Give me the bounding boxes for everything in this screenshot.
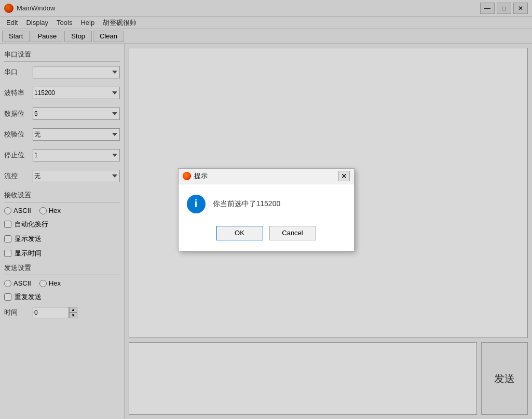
dialog-icon	[183, 172, 191, 180]
dialog-ok-button[interactable]: OK	[216, 226, 263, 240]
dialog-buttons: OK Cancel	[179, 222, 354, 249]
dialog-close-button[interactable]: ✕	[338, 171, 350, 181]
dialog-cancel-button[interactable]: Cancel	[269, 226, 316, 240]
dialog-message: 你当前选中了115200	[213, 199, 281, 209]
dialog-body: i 你当前选中了115200	[179, 184, 354, 222]
dialog-title: 提示	[194, 171, 208, 181]
dialog-overlay: 提示 ✕ i 你当前选中了115200 OK Cancel	[0, 0, 532, 419]
info-icon: i	[187, 195, 206, 213]
dialog-titlebar: 提示 ✕	[179, 169, 354, 184]
dialog: 提示 ✕ i 你当前选中了115200 OK Cancel	[178, 168, 354, 251]
